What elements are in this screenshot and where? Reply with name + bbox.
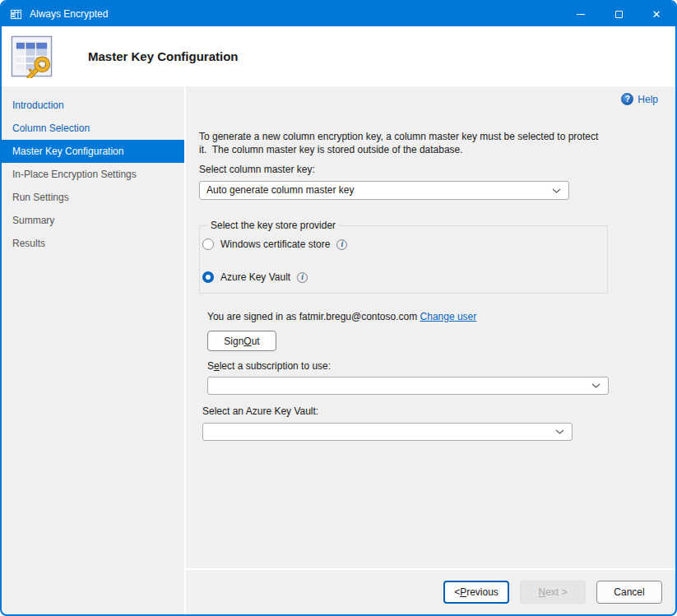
sidebar-item-introduction[interactable]: Introduction [2,94,184,117]
sidebar-item-results[interactable]: Results [2,232,184,255]
sign-out-button[interactable]: Sign Out [207,331,276,351]
master-key-value: Auto generate column master key [206,184,354,196]
master-key-label: Select column master key: [199,164,659,175]
chevron-down-icon [591,383,600,388]
always-encrypted-dialog: Always Encrypted ✕ [0,0,677,616]
info-icon[interactable]: i [297,272,308,283]
azure-key-vault-option[interactable]: Azure Key Vault i [202,271,308,283]
keystore-group-title: Select the key store provider [207,220,339,231]
chevron-down-icon [552,188,561,193]
close-button[interactable]: ✕ [638,2,675,26]
maximize-button[interactable] [600,2,638,26]
change-user-link[interactable]: Change user [420,311,477,322]
app-icon [10,8,22,21]
azure-key-vault-label: Azure Key Vault [220,271,290,283]
master-key-select[interactable]: Auto generate column master key [199,181,569,200]
intro-text: To generate a new column encryption key,… [199,131,635,156]
vault-label: Select an Azure Key Vault: [202,405,659,417]
window-controls: ✕ [562,2,675,26]
keystore-groupbox: Select the key store provider Windows ce… [199,225,608,294]
cancel-button[interactable]: Cancel [596,581,662,604]
wizard-nav: IntroductionColumn SelectionMaster Key C… [2,86,186,614]
table-key-icon [10,35,53,78]
windows-cert-store-radio[interactable] [202,239,214,250]
titlebar: Always Encrypted ✕ [2,2,675,26]
sidebar-item-summary[interactable]: Summary [2,209,184,232]
windows-cert-store-label: Windows certificate store [220,239,330,250]
sidebar-item-in-place-encryption-settings[interactable]: In-Place Encryption Settings [2,163,184,186]
next-button: Next > [520,581,586,604]
window-title: Always Encrypted [30,8,108,20]
sidebar-item-master-key-configuration[interactable]: Master Key Configuration [2,140,184,163]
signed-in-text: You are signed in as fatmir.bregu@contos… [207,311,417,322]
wizard-header: Master Key Configuration [2,26,675,86]
sidebar-item-column-selection[interactable]: Column Selection [2,117,184,140]
page-title: Master Key Configuration [88,49,239,63]
content-pane: ? Help To generate a new column encrypti… [186,86,675,568]
minimize-button[interactable] [562,2,600,26]
help-link[interactable]: ? Help [621,93,658,105]
help-label: Help [638,94,658,105]
chevron-down-icon [555,429,564,434]
subscription-label: Select a subscription to use: [207,360,659,372]
previous-button[interactable]: < Previous [443,581,509,604]
info-icon[interactable]: i [336,239,347,250]
help-icon: ? [621,93,633,105]
windows-cert-store-option[interactable]: Windows certificate store i [202,239,347,250]
azure-key-vault-radio[interactable] [202,271,214,283]
sidebar-item-run-settings[interactable]: Run Settings [2,186,184,209]
signed-in-row: You are signed in as fatmir.bregu@contos… [207,311,659,322]
subscription-select[interactable] [207,377,609,395]
vault-select[interactable] [202,423,573,441]
footer: < Previous Next > Cancel [186,568,675,614]
maximize-icon [615,11,623,18]
minimize-icon [577,14,585,15]
close-icon: ✕ [652,9,661,20]
